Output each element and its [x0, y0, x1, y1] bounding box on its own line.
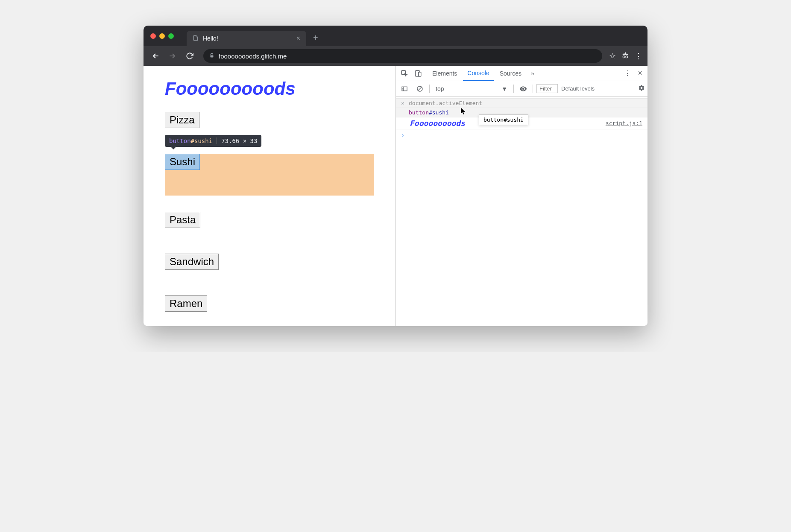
inspect-element-icon[interactable]: [398, 67, 410, 79]
console-settings-icon[interactable]: [638, 85, 645, 93]
food-buttons: Pizza button#sushi 73.66 × 33 Sushi Past…: [165, 112, 374, 312]
divider: [429, 85, 430, 93]
address-bar[interactable]: fooooooooods.glitch.me: [203, 49, 602, 63]
console-prompt[interactable]: ›: [396, 129, 647, 141]
svg-rect-9: [402, 87, 407, 91]
log-text: Fooooooooods: [401, 119, 465, 128]
live-expression-icon[interactable]: [517, 83, 529, 95]
incognito-icon[interactable]: [621, 51, 630, 61]
svg-rect-8: [419, 72, 421, 76]
svg-point-3: [623, 56, 625, 58]
reload-button[interactable]: [183, 49, 196, 63]
divider: [533, 85, 533, 93]
back-button[interactable]: [149, 49, 162, 63]
context-selector[interactable]: top ▼: [433, 85, 510, 93]
tooltip-dimensions: 73.66 × 33: [221, 137, 257, 144]
eager-evaluation-row[interactable]: × document.activeElement: [396, 98, 647, 108]
content-area: Fooooooooods Pizza button#sushi 73.66 × …: [144, 66, 647, 326]
forward-button[interactable]: [166, 49, 179, 63]
devtools-panel: Elements Console Sources » ⋮ × top ▼: [396, 66, 647, 326]
tooltip-element: button: [169, 137, 191, 144]
lock-icon: [209, 53, 214, 59]
tab-elements[interactable]: Elements: [428, 66, 461, 81]
tab-console[interactable]: Console: [463, 66, 493, 81]
console-sidebar-icon[interactable]: [398, 83, 410, 95]
context-label: top: [436, 85, 444, 92]
page-content: Fooooooooods Pizza button#sushi 73.66 × …: [144, 66, 396, 326]
result-id: #sushi: [429, 109, 449, 116]
divider: [513, 85, 514, 93]
ramen-button[interactable]: Ramen: [165, 295, 207, 312]
devtools-tabs: Elements Console Sources » ⋮ ×: [396, 66, 647, 81]
eager-expression: document.activeElement: [409, 100, 482, 106]
inspected-element-wrapper: button#sushi 73.66 × 33 Sushi: [165, 154, 200, 170]
result-tag: button: [409, 109, 429, 116]
log-levels[interactable]: Default levels: [561, 85, 595, 92]
eager-result: button#sushi: [409, 109, 449, 116]
sushi-button[interactable]: Sushi: [165, 154, 200, 170]
browser-tab[interactable]: Hello! ×: [187, 31, 306, 46]
page-heading: Fooooooooods: [165, 79, 374, 99]
pasta-button[interactable]: Pasta: [165, 212, 200, 228]
browser-window: Hello! × + fooooooooods.glitch.me ☆ ⋮: [144, 26, 647, 326]
sandwich-button[interactable]: Sandwich: [165, 254, 219, 270]
inspect-tooltip: button#sushi 73.66 × 33: [165, 135, 261, 147]
devtools-close-icon[interactable]: ×: [635, 69, 645, 78]
title-bar: Hello! × +: [144, 26, 647, 46]
svg-rect-2: [211, 55, 214, 57]
prompt-chevron-icon: ›: [401, 132, 404, 138]
tab-sources[interactable]: Sources: [495, 66, 526, 81]
new-tab-button[interactable]: +: [313, 33, 318, 43]
browser-toolbar: fooooooooods.glitch.me ☆ ⋮: [144, 46, 647, 66]
filter-input[interactable]: [536, 84, 558, 93]
tooltip-divider: [217, 137, 217, 144]
traffic-lights: [150, 33, 174, 39]
close-marker[interactable]: ×: [401, 100, 406, 106]
devtools-menu-icon[interactable]: ⋮: [621, 67, 633, 79]
url-text: fooooooooods.glitch.me: [219, 53, 287, 60]
clear-console-icon[interactable]: [414, 83, 426, 95]
device-toggle-icon[interactable]: [412, 67, 424, 79]
svg-line-12: [418, 87, 422, 91]
bookmark-icon[interactable]: ☆: [609, 51, 616, 61]
dropdown-icon: ▼: [501, 85, 507, 92]
console-output: × document.activeElement button#sushi Fo…: [396, 96, 647, 326]
window-maximize-button[interactable]: [168, 33, 174, 39]
pizza-button[interactable]: Pizza: [165, 112, 199, 128]
tab-close-icon[interactable]: ×: [296, 35, 300, 42]
tooltip-id: #sushi: [191, 137, 213, 144]
divider: [426, 69, 426, 78]
window-close-button[interactable]: [150, 33, 156, 39]
cursor-icon: [461, 108, 467, 117]
menu-icon[interactable]: ⋮: [635, 51, 642, 61]
log-source[interactable]: script.js:1: [606, 120, 642, 126]
tab-title: Hello!: [203, 35, 292, 42]
svg-point-4: [626, 56, 628, 58]
hover-tooltip: button#sushi: [479, 114, 528, 125]
more-tabs-icon[interactable]: »: [527, 70, 538, 77]
window-minimize-button[interactable]: [159, 33, 165, 39]
console-toolbar: top ▼ Default levels: [396, 81, 647, 96]
page-icon: [193, 35, 199, 42]
